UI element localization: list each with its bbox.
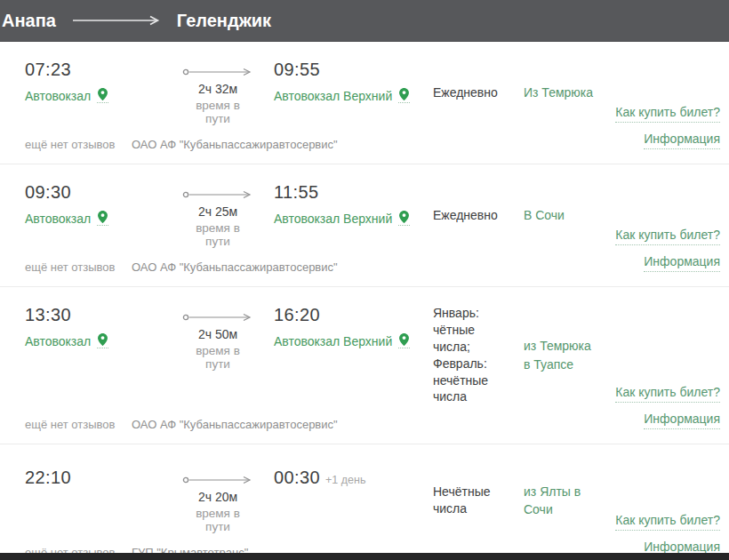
duration-value: 2ч 50м	[182, 327, 253, 341]
page-bottom-bar	[0, 553, 729, 560]
duration-caption: время в пути	[182, 344, 253, 371]
info-link[interactable]: Информация	[644, 132, 720, 149]
map-pin-icon	[398, 87, 410, 103]
departure-station[interactable]: Автовокзал	[25, 210, 182, 226]
departure-station-label: Автовокзал	[25, 334, 91, 348]
schedule-page: Анапа Геленджик 07:23 Автовокзал	[0, 0, 729, 560]
arrival-station-label: Автовокзал Верхний	[274, 212, 392, 226]
info-link[interactable]: Информация	[644, 254, 720, 272]
duration-cell: 2ч 25м время в пути	[182, 182, 274, 248]
departure-time: 09:30	[25, 182, 182, 202]
arrival-station[interactable]: Автовокзал Верхний	[274, 210, 433, 226]
route-arrow-icon	[72, 15, 163, 26]
map-pin-icon	[97, 87, 108, 103]
buy-ticket-link[interactable]: Как купить билет?	[615, 228, 720, 245]
arrival-time: 16:20	[274, 305, 433, 324]
departure-time: 07:23	[25, 60, 182, 79]
schedule-row: 07:23 Автовокзал 2ч 32м время в пути 09:…	[0, 42, 729, 164]
route-from-city: Анапа	[2, 11, 56, 31]
arrival-station-label: Автовокзал Верхний	[274, 334, 392, 348]
route-note-text: В Сочи	[511, 206, 600, 224]
duration-caption: время в пути	[182, 99, 253, 125]
row-links: Как купить билет? Информация	[615, 105, 720, 151]
duration-arrow-icon	[182, 309, 253, 324]
arrival-station-label: Автовокзал Верхний	[274, 89, 392, 103]
arrival-cell: 16:20 Автовокзал Верхний	[274, 305, 433, 348]
reviews-text: ещё нет отзывов	[25, 138, 132, 151]
map-pin-icon	[398, 332, 410, 348]
buy-ticket-link[interactable]: Как купить билет?	[615, 513, 720, 531]
duration-cell: 2ч 20м время в пути	[182, 468, 274, 533]
duration-arrow-icon	[182, 64, 253, 79]
arrival-cell: 00:30+1 день	[274, 468, 433, 490]
duration-caption: время в пути	[182, 221, 253, 248]
row-links: Как купить билет? Информация	[615, 228, 720, 274]
route-note-text: из Ялты в Сочи	[511, 483, 600, 519]
arrival-station[interactable]: Автовокзал Верхний	[274, 332, 433, 348]
map-pin-icon	[97, 332, 108, 348]
departure-time: 13:30	[25, 305, 182, 324]
schedule-row: 13:30 Автовокзал 2ч 50м время в пути 16:…	[0, 287, 729, 444]
frequency-text: Ежедневно	[433, 84, 511, 101]
row-footer: ещё нет отзывов ОАО АФ "Кубаньпассажирав…	[25, 418, 600, 431]
next-day-badge: +1 день	[325, 474, 365, 486]
route-header: Анапа Геленджик	[0, 0, 729, 42]
row-links: Как купить билет? Информация	[615, 385, 720, 431]
frequency-text: Ежедневно	[433, 207, 511, 224]
map-pin-icon	[97, 210, 108, 226]
departure-cell: 09:30 Автовокзал	[25, 182, 182, 226]
info-link[interactable]: Информация	[644, 412, 720, 429]
row-footer: ещё нет отзывов ОАО АФ "Кубаньпассажирав…	[25, 260, 600, 274]
duration-arrow-icon	[182, 472, 253, 487]
arrival-cell: 11:55 Автовокзал Верхний	[274, 182, 433, 226]
reviews-text: ещё нет отзывов	[25, 418, 132, 431]
carrier-name: ОАО АФ "Кубаньпассажиравтосервис"	[132, 418, 338, 431]
route-note-text: Из Темрюка	[511, 84, 600, 101]
arrival-cell: 09:55 Автовокзал Верхний	[274, 60, 433, 103]
departure-cell: 13:30 Автовокзал	[25, 305, 182, 348]
duration-cell: 2ч 32м время в пути	[182, 60, 274, 125]
schedule-row: 09:30 Автовокзал 2ч 25м время в пути 11:…	[0, 164, 729, 287]
departure-station-label: Автовокзал	[25, 89, 91, 103]
buy-ticket-link[interactable]: Как купить билет?	[615, 105, 720, 123]
schedule-row: 22:10 2ч 20м время в пути 00:30+1 день Н…	[0, 444, 729, 560]
route-note-text: из Темрюка в Туапсе	[511, 337, 600, 373]
map-pin-icon	[398, 210, 410, 226]
duration-cell: 2ч 50м время в пути	[182, 305, 274, 371]
arrival-station[interactable]: Автовокзал Верхний	[274, 87, 433, 103]
reviews-text: ещё нет отзывов	[25, 260, 132, 274]
duration-value: 2ч 20м	[182, 490, 253, 504]
departure-station-label: Автовокзал	[25, 212, 91, 226]
frequency-text: Нечётные числа	[433, 484, 511, 517]
departure-time: 22:10	[25, 468, 182, 487]
duration-value: 2ч 25м	[182, 204, 253, 219]
duration-caption: время в пути	[182, 507, 253, 533]
carrier-name: ОАО АФ "Кубаньпассажиравтосервис"	[132, 138, 338, 151]
departure-station[interactable]: Автовокзал	[25, 332, 182, 348]
arrival-time: 00:30+1 день	[274, 468, 433, 490]
arrival-time: 11:55	[274, 182, 433, 202]
frequency-text: Январь: чётные числа; Февраль: нечётные …	[433, 305, 511, 405]
buy-ticket-link[interactable]: Как купить билет?	[615, 385, 720, 403]
departure-station[interactable]: Автовокзал	[25, 87, 182, 103]
duration-value: 2ч 32м	[182, 82, 253, 96]
row-footer: ещё нет отзывов ОАО АФ "Кубаньпассажирав…	[25, 138, 600, 151]
carrier-name: ОАО АФ "Кубаньпассажиравтосервис"	[132, 260, 338, 274]
arrival-time-value: 00:30	[274, 468, 320, 487]
departure-cell: 07:23 Автовокзал	[25, 60, 182, 103]
departure-cell: 22:10	[25, 468, 182, 487]
arrival-time: 09:55	[274, 60, 433, 79]
route-to-city: Геленджик	[177, 11, 271, 31]
duration-arrow-icon	[182, 187, 253, 202]
